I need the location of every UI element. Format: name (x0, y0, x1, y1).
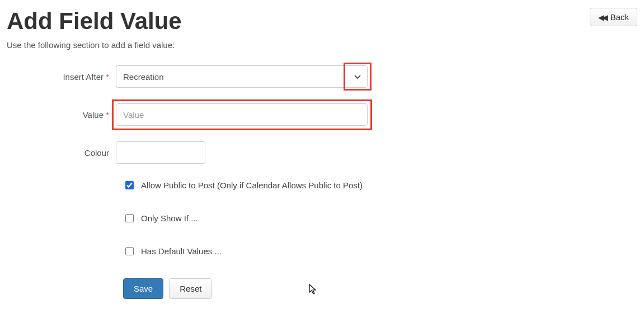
page-subtitle: Use the following section to add a field… (7, 40, 637, 50)
save-button[interactable]: Save (123, 278, 163, 299)
value-label: Value * (7, 110, 116, 120)
only-show-if-label: Only Show If ... (141, 213, 198, 223)
insert-after-select[interactable]: Recreation (116, 65, 368, 88)
add-field-value-form: Insert After * Recreation Value * (7, 65, 637, 299)
only-show-if-checkbox[interactable] (125, 214, 134, 222)
insert-after-label: Insert After * (7, 72, 116, 82)
reset-button[interactable]: Reset (169, 278, 212, 299)
allow-public-checkbox[interactable] (125, 181, 134, 189)
colour-input[interactable] (116, 141, 205, 164)
has-default-values-label: Has Default Values ... (141, 246, 222, 256)
has-default-values-checkbox[interactable] (125, 247, 134, 255)
colour-label: Colour (7, 148, 116, 158)
back-button[interactable]: ◀◀ Back (590, 8, 637, 26)
value-input[interactable] (116, 103, 368, 126)
allow-public-label: Allow Public to Post (Only if Calendar A… (141, 180, 363, 190)
page-title: Add Field Value (7, 8, 637, 35)
back-button-label: Back (610, 12, 629, 22)
rewind-icon: ◀◀ (598, 13, 606, 22)
